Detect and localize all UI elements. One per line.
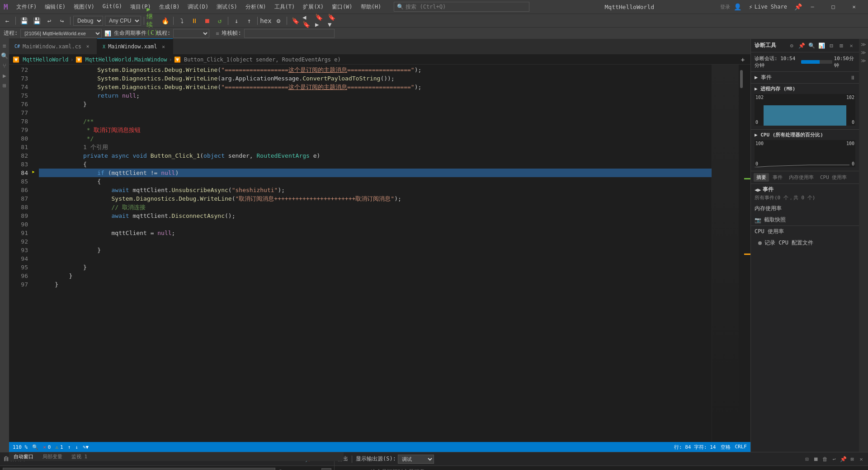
pause-button[interactable]: ⏸ — [189, 15, 200, 26]
menu-help[interactable]: 帮助(H) — [357, 2, 385, 12]
debug-config-dropdown[interactable]: Debug — [73, 16, 103, 26]
right-icon-1[interactable]: ≫ — [860, 41, 867, 48]
menu-extensions[interactable]: 扩展(X) — [299, 2, 327, 12]
stop-button[interactable]: ⏹ — [202, 15, 212, 26]
output-wrap-icon[interactable]: ↩ — [830, 455, 838, 463]
error-count-area[interactable]: ✕ 0 — [43, 444, 51, 450]
chart-icon[interactable]: 📊 — [817, 42, 826, 50]
close-diag-icon[interactable]: ✕ — [847, 42, 855, 50]
search-diag-icon[interactable]: 🔍 — [807, 42, 816, 50]
solution-explorer-icon[interactable]: ≡ — [0, 42, 9, 50]
menu-tools[interactable]: 工具(T) — [271, 2, 299, 12]
output-filter-icon[interactable]: ⊡ — [803, 455, 811, 463]
menu-git[interactable]: Git(G) — [99, 2, 126, 12]
bookmark-next[interactable]: 🔖▶ — [315, 15, 326, 26]
output-content[interactable]: ——————————这个是订阅时主题消息—————————— —————————… — [335, 466, 868, 470]
bookmark-menu[interactable]: 🔖▼ — [328, 15, 339, 26]
events-expand-icon[interactable]: ▶ 事件 — [755, 74, 772, 81]
output-pin-icon[interactable]: 📌 — [839, 455, 847, 463]
add-watch-button[interactable]: + — [739, 56, 747, 64]
menu-window[interactable]: 窗口(W) — [328, 2, 356, 12]
output-clear-icon[interactable]: 🗑 — [821, 455, 829, 463]
close-button[interactable]: ✕ — [844, 0, 864, 14]
expand-icon[interactable]: ⊞ — [837, 42, 845, 50]
nav-up-button[interactable]: ↑ — [68, 444, 71, 450]
undo-button[interactable]: ↩ — [44, 15, 55, 26]
process-dropdown[interactable]: [21056] MqttHelloWorld.exe — [20, 29, 102, 38]
git-diff-button[interactable]: ✎▼ — [83, 444, 89, 450]
tab-cpu-usage[interactable]: CPU 使用率 — [817, 173, 850, 182]
locals-tab[interactable]: 局部变量 — [41, 453, 64, 461]
cpu-expand-icon[interactable]: ▶ CPU (所有处理器的百分比) — [755, 132, 823, 138]
menu-debug[interactable]: 调试(D) — [184, 2, 212, 12]
menu-build[interactable]: 生成(B) — [156, 2, 184, 12]
right-icon-2[interactable]: ≫ — [860, 49, 867, 56]
namespace-dropdown[interactable]: 🔽 MqttHelloWorld — [13, 56, 68, 63]
bookmark-prev[interactable]: ◀🔖 — [302, 15, 313, 26]
step-over-button[interactable]: ⤵ — [176, 15, 187, 26]
menu-edit[interactable]: 编辑(E) — [41, 2, 69, 12]
git-activity-icon[interactable]: ⑂ — [0, 61, 9, 70]
search-activity-icon[interactable]: 🔍 — [0, 52, 9, 60]
scrollbar-thumb[interactable] — [740, 70, 743, 88]
menu-file[interactable]: 文件(F) — [13, 2, 41, 12]
snapshot-link[interactable]: 截取快照 — [764, 216, 786, 224]
output-stop-icon[interactable]: ⏹ — [812, 455, 820, 463]
cpu-profile-link[interactable]: 记录 CPU 配置文件 — [764, 239, 813, 247]
menu-view[interactable]: 视图(V) — [70, 2, 98, 12]
code-content[interactable]: System.Diagnostics.Debug.WriteLine("====… — [39, 65, 712, 442]
step-out-button[interactable]: ↑ — [244, 15, 255, 26]
save-all-button[interactable]: 💾 — [31, 15, 42, 26]
settings-icon[interactable]: ⚙ — [788, 42, 796, 50]
method-dropdown[interactable]: 🔽 Button_Click_1(object sender, RoutedEv… — [174, 56, 737, 63]
search-depth-select[interactable] — [321, 468, 331, 470]
pin-diag-icon[interactable]: 📌 — [797, 42, 806, 50]
tab-xaml-cs-close[interactable]: ✕ — [84, 43, 91, 50]
extensions-activity-icon[interactable]: ⊞ — [0, 81, 9, 89]
vertical-scrollbar[interactable] — [739, 65, 744, 442]
watch1-tab[interactable]: 监视 1 — [70, 453, 89, 461]
search-placeholder: 搜索 (Ctrl+Q) — [406, 3, 446, 11]
menu-analyze[interactable]: 分析(N) — [242, 2, 270, 12]
tab-xaml-close[interactable]: ✕ — [160, 43, 167, 50]
tab-xaml-cs[interactable]: C# MainWindow.xaml.cs ✕ — [9, 38, 97, 54]
auto-tab[interactable]: 自动窗口 — [12, 453, 35, 461]
collapse-icon[interactable]: ⊟ — [827, 42, 835, 50]
fire-button[interactable]: 🔥 — [160, 15, 170, 26]
zoom-level[interactable]: 110 % — [13, 444, 28, 450]
memory-expand-icon[interactable]: ▶ 进程内存 (MB) — [755, 86, 795, 92]
output-source-select[interactable]: 调试 — [398, 455, 434, 464]
output-close-icon[interactable]: ✕ — [857, 455, 865, 463]
tab-memory-usage[interactable]: 内存使用率 — [786, 173, 816, 182]
tab-events[interactable]: 事件 — [770, 173, 785, 182]
show-threads-button[interactable]: ⚙ — [273, 15, 284, 26]
step-into-button[interactable]: ↓ — [231, 15, 242, 26]
restart-button[interactable]: ↺ — [214, 15, 225, 26]
gutter-72 — [32, 65, 39, 73]
tab-summary[interactable]: 摘要 — [754, 173, 769, 182]
pause-events-btn[interactable]: ⏸ — [850, 75, 855, 81]
auto-search-input[interactable] — [3, 468, 275, 470]
back-button[interactable]: ← — [2, 15, 13, 26]
live-share-button[interactable]: ⚡ Live Share — [745, 2, 791, 11]
continue-button[interactable]: ▶ 继续(C) — [147, 15, 158, 26]
menu-test[interactable]: 测试(S) — [213, 2, 241, 12]
gutter-83 — [32, 159, 39, 168]
run-activity-icon[interactable]: ▶ — [0, 71, 9, 80]
save-button[interactable]: 💾 — [19, 15, 29, 26]
platform-dropdown[interactable]: Any CPU — [105, 16, 141, 26]
output-move-icon[interactable]: ⊠ — [848, 455, 856, 463]
nav-down-button[interactable]: ↓ — [75, 444, 78, 450]
stack-frame-input[interactable] — [244, 29, 335, 38]
warning-count-area[interactable]: ⚠ 1 — [55, 444, 63, 450]
maximize-button[interactable]: □ — [823, 0, 844, 14]
signin-text[interactable]: 登录 — [720, 4, 730, 10]
minimize-button[interactable]: — — [802, 0, 823, 14]
tab-xaml[interactable]: X MainWindow.xaml ✕ — [97, 38, 173, 54]
redo-button[interactable]: ↪ — [57, 15, 67, 26]
thread-dropdown[interactable] — [173, 29, 209, 38]
class-dropdown[interactable]: 🔽 MqttHelloWorld.MainWindow — [75, 56, 167, 63]
right-icon-3[interactable]: ≫ — [860, 57, 867, 64]
hex-button[interactable]: hex — [260, 15, 271, 26]
bookmark-button[interactable]: 🔖 — [290, 15, 301, 26]
